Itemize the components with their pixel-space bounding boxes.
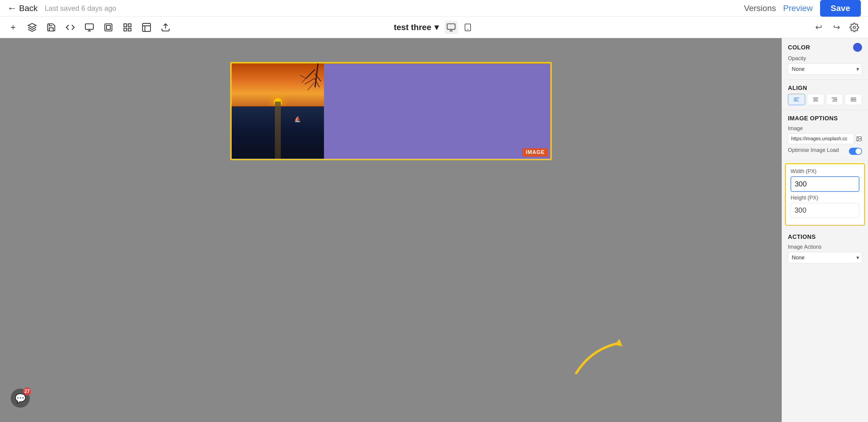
toolbar: + test three ▾ xyxy=(0,17,868,38)
toolbar-right: ↩ ↪ xyxy=(812,21,861,34)
image-options-title: Image Options xyxy=(788,115,838,121)
svg-rect-9 xyxy=(128,28,131,31)
toolbar-center: test three ▾ xyxy=(394,21,474,34)
optimise-label: Optimise Image Load xyxy=(788,147,839,153)
save-button[interactable]: Save xyxy=(820,0,861,17)
back-button[interactable]: ← Back xyxy=(7,3,37,14)
optimise-toggle-row: Optimise Image Load xyxy=(788,147,862,155)
code-icon[interactable] xyxy=(64,22,76,33)
width-field-row: Width (PX) xyxy=(790,168,859,192)
tablet-device-icon[interactable] xyxy=(461,21,474,34)
chat-bubble-button[interactable]: 💬 27 xyxy=(11,389,30,408)
back-arrow-icon: ← xyxy=(7,3,17,14)
align-buttons xyxy=(788,94,862,105)
height-input[interactable] xyxy=(790,203,859,218)
top-bar-right: Versions Preview Save xyxy=(744,0,861,17)
align-left-button[interactable] xyxy=(788,94,805,105)
svg-line-21 xyxy=(306,69,315,78)
svg-rect-10 xyxy=(143,23,151,31)
align-section: ALIGN xyxy=(782,80,868,110)
redo-icon[interactable]: ↪ xyxy=(830,21,843,34)
highlighted-dimensions: Width (PX) Height (PX) xyxy=(785,163,865,226)
image-options-section: Image Options Image Optimise Image Load xyxy=(782,110,868,160)
project-name-button[interactable]: test three ▾ xyxy=(394,22,438,32)
svg-point-42 xyxy=(858,138,859,139)
image-purple-bg xyxy=(324,63,550,159)
align-section-title: ALIGN xyxy=(788,85,807,91)
desktop-device-icon[interactable] xyxy=(444,21,458,34)
svg-line-25 xyxy=(308,83,314,90)
export-icon[interactable] xyxy=(160,22,172,33)
height-label: Height (PX) xyxy=(790,195,859,201)
image-block-wrapper[interactable]: ⛵ IMAGE xyxy=(230,62,552,160)
svg-rect-6 xyxy=(124,24,127,27)
top-bar-left: ← Back Last saved 6 days ago xyxy=(7,3,116,14)
image-url-input[interactable] xyxy=(788,133,854,144)
settings-icon[interactable] xyxy=(848,21,861,34)
svg-marker-0 xyxy=(28,23,36,27)
color-section-header: COLOR xyxy=(788,43,862,52)
color-section: COLOR Opacity None xyxy=(782,38,868,80)
svg-point-19 xyxy=(853,26,856,29)
svg-line-26 xyxy=(300,76,306,78)
actions-section: Actions Image Actions None xyxy=(782,229,868,268)
chevron-down-icon: ▾ xyxy=(434,22,439,32)
image-url-label: Image xyxy=(788,125,862,132)
align-right-button[interactable] xyxy=(826,94,843,105)
color-dot[interactable] xyxy=(853,43,862,52)
svg-line-23 xyxy=(305,78,314,84)
boat-icon: ⛵ xyxy=(294,116,301,122)
versions-button[interactable]: Versions xyxy=(744,4,776,13)
grid-icon[interactable] xyxy=(122,22,133,33)
annotation-arrow xyxy=(567,326,633,386)
image-label: IMAGE xyxy=(523,148,548,156)
align-justify-button[interactable] xyxy=(845,94,862,105)
undo-icon[interactable]: ↩ xyxy=(812,21,825,34)
main-area: ⛵ IMAGE xyxy=(0,38,868,422)
svg-rect-14 xyxy=(447,24,455,29)
dock-line xyxy=(275,101,281,159)
right-panel: COLOR Opacity None ALIGN xyxy=(782,38,868,422)
project-name-label: test three xyxy=(394,23,431,32)
preview-button[interactable]: Preview xyxy=(783,4,813,13)
top-bar: ← Back Last saved 6 days ago Versions Pr… xyxy=(0,0,868,17)
curved-arrow-svg xyxy=(567,326,633,385)
dimensions-section: Width (PX) Height (PX) xyxy=(782,160,868,229)
width-label: Width (PX) xyxy=(790,168,859,175)
image-actions-select-wrapper: None xyxy=(788,252,862,263)
opacity-label: Opacity xyxy=(788,55,862,62)
align-center-button[interactable] xyxy=(807,94,824,105)
toolbar-left: + xyxy=(7,22,172,33)
back-label: Back xyxy=(19,4,37,13)
image-block: ⛵ IMAGE xyxy=(232,63,550,159)
opacity-select-wrapper: None xyxy=(788,63,862,75)
image-url-field xyxy=(788,133,862,144)
image-actions-select[interactable]: None xyxy=(788,252,862,263)
optimise-toggle[interactable] xyxy=(849,148,862,155)
device-icons xyxy=(444,21,474,34)
monitor-icon[interactable] xyxy=(83,22,95,33)
layout-icon[interactable] xyxy=(141,22,152,33)
frame-icon[interactable] xyxy=(102,22,114,33)
svg-rect-4 xyxy=(105,24,112,31)
save-file-icon[interactable] xyxy=(45,22,57,33)
svg-rect-5 xyxy=(106,25,110,29)
svg-rect-1 xyxy=(86,24,93,29)
canvas-area: ⛵ IMAGE xyxy=(0,38,782,422)
image-actions-label: Image Actions xyxy=(788,244,862,250)
chat-badge: 27 xyxy=(23,388,31,395)
add-icon[interactable]: + xyxy=(7,22,19,33)
layers-icon[interactable] xyxy=(26,22,38,33)
width-input[interactable] xyxy=(790,176,859,192)
chat-icon: 💬 xyxy=(15,393,26,403)
image-photo: ⛵ xyxy=(232,63,324,159)
svg-rect-7 xyxy=(128,24,131,27)
height-field-row: Height (PX) xyxy=(790,195,859,218)
actions-title: Actions xyxy=(788,234,816,240)
opacity-select[interactable]: None xyxy=(788,63,862,75)
upload-image-button[interactable] xyxy=(856,133,862,144)
svg-rect-8 xyxy=(124,28,127,31)
svg-line-27 xyxy=(302,78,306,83)
tree-branches-icon xyxy=(297,63,324,102)
color-section-title: COLOR xyxy=(788,44,810,51)
